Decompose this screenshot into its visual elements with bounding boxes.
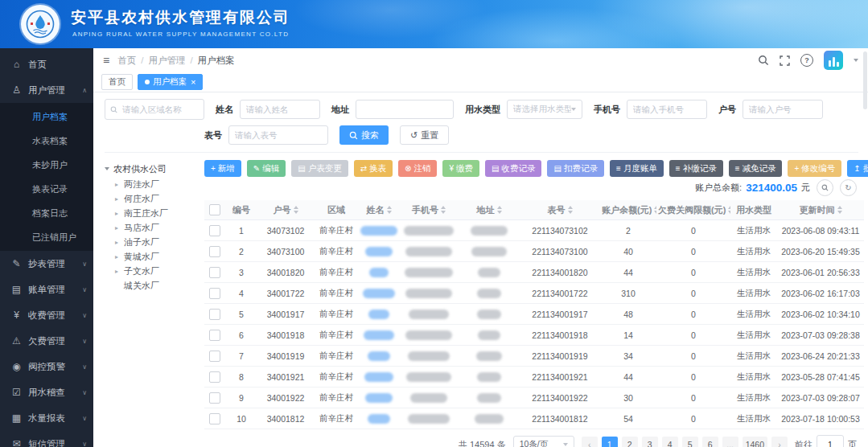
row-checkbox[interactable] bbox=[209, 371, 220, 383]
page-button-2[interactable]: 2 bbox=[622, 437, 638, 447]
sidebar-item-1[interactable]: ♙用户管理∧ bbox=[0, 77, 93, 103]
row-checkbox[interactable] bbox=[209, 330, 220, 341]
page-size-select[interactable]: 10条/页 bbox=[513, 436, 574, 447]
account-filter-input[interactable] bbox=[743, 100, 823, 119]
row-checkbox[interactable] bbox=[209, 351, 220, 362]
water-type-select[interactable]: 请选择用水类型 bbox=[507, 100, 582, 119]
page-button-5[interactable]: 5 bbox=[682, 437, 698, 447]
sidebar-item-4[interactable]: ¥收费管理∨ bbox=[0, 302, 93, 328]
action-button-7[interactable]: ▤扣费记录 bbox=[547, 160, 603, 177]
column-header-5[interactable]: 地址 bbox=[459, 200, 520, 220]
row-checkbox[interactable] bbox=[209, 392, 220, 404]
goto-page-input[interactable] bbox=[817, 435, 844, 447]
next-page-button[interactable]: › bbox=[771, 437, 788, 447]
sidebar-item-0[interactable]: ⌂首页 bbox=[0, 51, 93, 77]
name-filter-input[interactable] bbox=[240, 100, 320, 119]
sidebar-item-3[interactable]: ▤账单管理∨ bbox=[0, 277, 93, 302]
action-button-11[interactable]: +修改编号 bbox=[788, 160, 841, 177]
reset-button[interactable]: ↺ 重置 bbox=[400, 125, 449, 145]
search-circle-button[interactable] bbox=[817, 179, 833, 196]
action-button-2[interactable]: ▤户表变更 bbox=[291, 160, 348, 177]
tree-node-1[interactable]: ▸何庄水厂 bbox=[105, 191, 200, 206]
search-button[interactable]: 搜索 bbox=[339, 125, 389, 145]
action-button-4[interactable]: ⊗注销 bbox=[398, 160, 437, 177]
sidebar-item-8[interactable]: ▦水量报表∨ bbox=[0, 405, 93, 431]
meter-filter-input[interactable] bbox=[228, 125, 328, 145]
sidebar-item-2[interactable]: ✎抄表管理∨ bbox=[0, 251, 93, 277]
sidebar-item-6[interactable]: ◉阀控预警∨ bbox=[0, 354, 93, 379]
tree-root[interactable]: 农村供水公司 bbox=[105, 161, 200, 177]
column-header-6[interactable]: 表号 bbox=[520, 200, 600, 220]
row-checkbox[interactable] bbox=[209, 246, 220, 257]
column-header-4[interactable]: 手机号 bbox=[399, 200, 459, 220]
row-checkbox[interactable] bbox=[209, 413, 220, 424]
sidebar-item-5[interactable]: ⚠欠费管理∨ bbox=[0, 328, 93, 354]
sidebar-subitem-2[interactable]: 未抄用户 bbox=[0, 153, 93, 177]
row-checkbox[interactable] bbox=[209, 309, 220, 320]
action-button-8[interactable]: ≡月度账单 bbox=[610, 160, 664, 177]
action-button-9[interactable]: ≡补缴记录 bbox=[669, 160, 723, 177]
sidebar-subitem-3[interactable]: 换表记录 bbox=[0, 177, 93, 201]
inspect-icon: ☑ bbox=[11, 387, 22, 398]
tree-node-0[interactable]: ▸两洼水厂 bbox=[105, 177, 200, 191]
column-header-3[interactable]: 姓名 bbox=[359, 200, 399, 220]
tree-node-3[interactable]: ▸马店水厂 bbox=[105, 220, 200, 235]
row-checkbox[interactable] bbox=[209, 288, 220, 299]
action-button-6[interactable]: ▤收费记录 bbox=[485, 160, 541, 177]
tab-0[interactable]: 首页 bbox=[101, 74, 133, 90]
action-button-5[interactable]: ¥缴费 bbox=[442, 160, 479, 177]
select-all-header[interactable] bbox=[204, 200, 225, 220]
prev-page-button[interactable]: ‹ bbox=[582, 437, 598, 447]
page-ellipsis[interactable]: ... bbox=[722, 437, 738, 447]
page-button-3[interactable]: 3 bbox=[642, 437, 658, 447]
sidebar-subitem-0[interactable]: 用户档案 bbox=[0, 105, 93, 129]
sidebar-subitem-4[interactable]: 档案日志 bbox=[0, 201, 93, 225]
tree-node-2[interactable]: ▸南王庄水厂 bbox=[105, 206, 200, 220]
sidebar-subitem-1[interactable]: 水表档案 bbox=[0, 129, 93, 153]
home-icon: ⌂ bbox=[11, 59, 22, 70]
page-button-6[interactable]: 6 bbox=[702, 437, 718, 447]
region-search-input[interactable] bbox=[121, 104, 199, 115]
row-checkbox[interactable] bbox=[209, 225, 220, 236]
sidebar-item-7[interactable]: ☑用水稽查∨ bbox=[0, 379, 93, 405]
tree-node-label: 两洼水厂 bbox=[124, 178, 159, 191]
tree-node-7[interactable]: 城关水厂 bbox=[105, 278, 200, 293]
sidebar-subitem-5[interactable]: 已注销用户 bbox=[0, 225, 93, 249]
caret-down-icon[interactable] bbox=[854, 59, 858, 62]
column-header-8[interactable]: 欠费关阀限额(元) bbox=[656, 200, 730, 220]
fullscreen-icon[interactable] bbox=[780, 55, 790, 66]
row-checkbox[interactable] bbox=[209, 267, 220, 278]
row-select-cell bbox=[204, 325, 225, 346]
address-filter-input[interactable] bbox=[356, 100, 454, 119]
close-icon[interactable]: × bbox=[191, 78, 195, 87]
action-button-12[interactable]: ↥批量导入 bbox=[847, 160, 868, 177]
action-button-1[interactable]: ✎编辑 bbox=[247, 160, 286, 177]
column-header-0: 编号 bbox=[225, 200, 257, 220]
page-button-1460[interactable]: 1460 bbox=[743, 437, 767, 447]
action-button-0[interactable]: +新增 bbox=[204, 160, 241, 177]
sidebar-item-9[interactable]: ✉短信管理∨ bbox=[0, 431, 93, 447]
column-header-10[interactable]: 更新时间 bbox=[777, 200, 864, 220]
sidebar-fold-icon[interactable]: ≡ bbox=[103, 55, 109, 66]
sidebar-item-label: 水量报表 bbox=[28, 412, 76, 424]
search-icon[interactable] bbox=[758, 55, 769, 66]
page-button-1[interactable]: 1 bbox=[602, 437, 618, 447]
action-button-10[interactable]: ≡减免记录 bbox=[729, 160, 783, 177]
refresh-circle-button[interactable]: ↻ bbox=[840, 179, 857, 196]
breadcrumb-item-1[interactable]: 用户管理 bbox=[148, 55, 185, 67]
column-header-7[interactable]: 账户余额(元) bbox=[600, 200, 656, 220]
action-button-3[interactable]: ⇄换表 bbox=[354, 160, 393, 177]
phone-filter-input[interactable] bbox=[627, 100, 707, 119]
tree-node-5[interactable]: ▸黄城水厂 bbox=[105, 249, 200, 264]
select-all-checkbox[interactable] bbox=[209, 204, 220, 215]
tree-node-4[interactable]: ▸油子水厂 bbox=[105, 235, 200, 249]
table-row: 734001919前辛庄村221134001919340生活用水2023-06-… bbox=[204, 346, 864, 367]
breadcrumb-item-0[interactable]: 首页 bbox=[117, 55, 136, 67]
tree-node-6[interactable]: ▸子文水厂 bbox=[105, 264, 200, 278]
avatar[interactable] bbox=[824, 51, 843, 70]
help-icon[interactable]: ? bbox=[800, 54, 813, 67]
page-button-4[interactable]: 4 bbox=[662, 437, 678, 447]
column-header-1[interactable]: 户号 bbox=[257, 200, 314, 220]
tab-1[interactable]: 用户档案× bbox=[138, 74, 203, 90]
scrollbar[interactable] bbox=[863, 51, 867, 109]
